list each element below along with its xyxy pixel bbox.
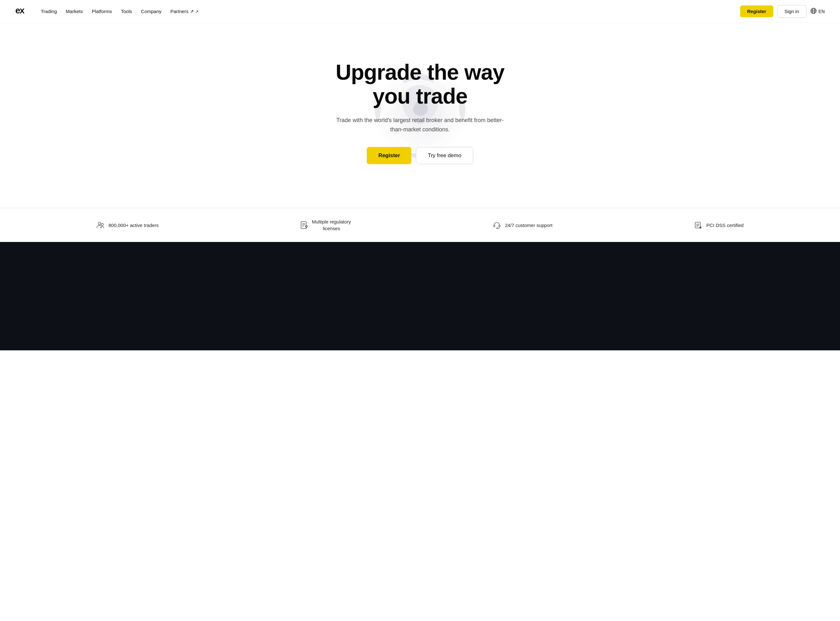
hero-section: Upgrade the way you trade Trade with the…	[0, 23, 840, 208]
document-icon	[300, 221, 308, 229]
stat-traders-text: 800,000+ active traders	[108, 222, 159, 229]
nav-link-trading[interactable]: Trading	[41, 9, 57, 14]
headset-icon	[493, 221, 501, 229]
shield-cert-icon	[694, 221, 702, 229]
svg-text:ex: ex	[15, 5, 25, 15]
hero-content: Upgrade the way you trade Trade with the…	[334, 60, 506, 164]
stat-licenses-text: Multiple regulatorylicenses	[312, 218, 351, 232]
globe-icon	[810, 8, 817, 15]
nav-link-partners[interactable]: Partners ↗	[170, 9, 199, 14]
nav-item-partners[interactable]: Partners ↗	[170, 9, 199, 14]
nav-item-markets[interactable]: Markets	[66, 9, 83, 14]
hero-buttons: Register Try free demo	[334, 147, 506, 164]
svg-rect-14	[499, 225, 500, 227]
logo-text: ex	[15, 5, 29, 18]
stat-pci-text: PCI DSS certified	[707, 222, 744, 229]
svg-rect-8	[301, 221, 306, 229]
lang-code: EN	[819, 9, 825, 14]
nav-item-trading[interactable]: Trading	[41, 9, 57, 14]
nav-link-company[interactable]: Company	[141, 9, 161, 14]
svg-point-7	[102, 223, 104, 226]
navbar-right: Register Sign in EN	[740, 5, 825, 18]
register-button[interactable]: Register	[740, 5, 773, 17]
nav-links: Trading Markets Platforms Tools Company …	[41, 9, 199, 14]
hero-register-button[interactable]: Register	[367, 147, 411, 164]
hero-title-line1: Upgrade the way	[335, 60, 504, 84]
stats-bar: 800,000+ active traders Multiple regulat…	[0, 208, 840, 242]
navbar: ex Trading Markets Platforms Tools Compa…	[0, 0, 840, 23]
svg-rect-13	[494, 225, 495, 227]
stat-support: 24/7 customer support	[493, 221, 552, 229]
hero-subtitle: Trade with the world's largest retail br…	[334, 116, 506, 134]
language-selector[interactable]: EN	[810, 8, 825, 15]
nav-link-tools[interactable]: Tools	[121, 9, 132, 14]
navbar-left: ex Trading Markets Platforms Tools Compa…	[15, 5, 199, 18]
stat-pci: PCI DSS certified	[694, 221, 744, 229]
hero-title-line2: you trade	[373, 84, 467, 108]
signin-button[interactable]: Sign in	[777, 5, 807, 18]
logo[interactable]: ex	[15, 5, 29, 18]
stat-support-text: 24/7 customer support	[505, 222, 552, 229]
stat-licenses: Multiple regulatorylicenses	[300, 218, 351, 232]
hero-title: Upgrade the way you trade	[334, 60, 506, 108]
nav-item-platforms[interactable]: Platforms	[92, 9, 112, 14]
svg-point-12	[306, 226, 308, 227]
nav-item-company[interactable]: Company	[141, 9, 161, 14]
stat-traders: 800,000+ active traders	[96, 221, 159, 229]
hero-demo-button[interactable]: Try free demo	[416, 147, 473, 164]
users-icon	[96, 221, 105, 229]
nav-link-markets[interactable]: Markets	[66, 9, 83, 14]
nav-link-platforms[interactable]: Platforms	[92, 9, 112, 14]
nav-item-tools[interactable]: Tools	[121, 9, 132, 14]
svg-point-6	[98, 222, 101, 225]
dark-section	[0, 242, 840, 350]
